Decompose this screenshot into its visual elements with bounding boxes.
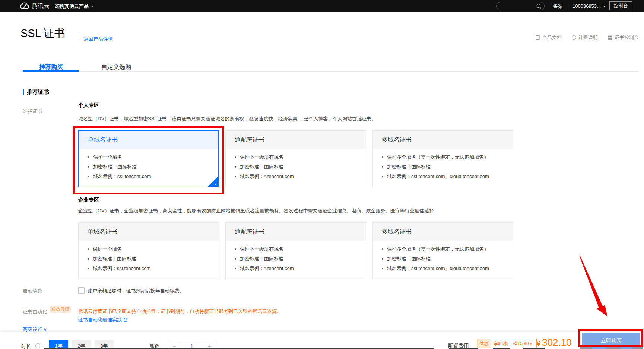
card-feature: 加密标准：国际标准: [88, 162, 209, 172]
external-link-icon: [123, 318, 128, 322]
cert-automation-text: 腾讯云付费证书已全面支持自动托管：证书到期前，自动将新证书部署到已关联的腾讯云资…: [78, 308, 282, 315]
back-to-product-link[interactable]: 返回产品详情: [84, 36, 113, 42]
navbar-pipe: [567, 3, 567, 9]
enterprise-zone-description: 企业型（OV）证书，企业级加密证书，高安全性，能够有效的防止网站被钓鱼或者流量被…: [78, 207, 434, 214]
console-button[interactable]: 控制台: [609, 1, 632, 10]
card-feature: 保护一个域名: [88, 152, 209, 162]
card-feature: 域名示例：*.tencent.com: [235, 172, 357, 181]
card-feature: 保护多个域名（需一次性绑定，无法追加域名）: [382, 244, 504, 254]
navbar-search: [496, 2, 545, 10]
info-icon: [571, 35, 577, 40]
card-multi-domain-personal[interactable]: 多域名证书 保护多个域名（需一次性绑定，无法追加域名） 加密标准：国际标准 域名…: [372, 130, 513, 187]
duration-info-icon[interactable]: [35, 343, 41, 349]
price-value: 302.10: [542, 337, 572, 348]
section-title: 推荐证书: [27, 89, 49, 96]
page-title: SSL 证书: [20, 26, 65, 41]
account-menu[interactable]: 100036853... ▾: [572, 0, 605, 12]
buy-now-button[interactable]: 立即购买: [582, 333, 640, 349]
auto-renew-text: 账户余额足够时，证书到期后按年自动续费。: [88, 288, 184, 294]
card-title: 多域名证书: [382, 136, 412, 144]
chevron-down-icon: ▾: [603, 4, 605, 8]
card-feature: 保护下一级所有域名: [235, 152, 357, 162]
card-feature: 加密标准：国际标准: [88, 254, 210, 264]
clipped-button-fragment: [632, 347, 643, 349]
section-accent-bar: [23, 89, 24, 95]
navbar-divider: [50, 3, 50, 9]
grid-icon: [607, 35, 613, 40]
top-navbar: 腾讯云 选购其他云产品 ▾ 备案 100036853... ▾ 控制台: [0, 0, 644, 12]
clipped-content-fragment: [493, 348, 510, 349]
cloud-logo-icon: [20, 2, 30, 10]
discount-text: 享9.5折，省15.90元: [491, 339, 536, 348]
personal-zone-title: 个人专区: [78, 102, 99, 109]
card-multi-domain-enterprise[interactable]: 多域名证书 保护多个域名（需一次性绑定，无法追加域名） 加密标准：国际标准 域名…: [372, 222, 513, 279]
card-title: 多域名证书: [382, 228, 412, 236]
total-price: ¥ 302.10: [536, 337, 572, 348]
card-single-domain-personal[interactable]: 单域名证书 保护一个域名 加密标准：国际标准 域名示例：ssl.tencent.…: [78, 130, 219, 187]
card-feature: 加密标准：国际标准: [382, 162, 504, 172]
search-icon[interactable]: [536, 3, 542, 9]
check-icon: ✓: [214, 181, 218, 187]
logo-text: 腾讯云: [32, 3, 50, 10]
billing-info-label: 计费说明: [578, 34, 598, 41]
select-cert-label: 选择证书: [23, 108, 42, 115]
tencent-cloud-logo[interactable]: 腾讯云: [20, 2, 50, 10]
card-feature: 加密标准：国际标准: [235, 162, 357, 172]
auto-renew-label: 自动续费: [23, 288, 42, 294]
section-header: 推荐证书: [23, 89, 49, 96]
card-feature: 保护下一级所有域名: [235, 244, 357, 254]
clipped-content-fragment: [44, 348, 434, 349]
enterprise-zone-title: 企业专区: [78, 197, 99, 203]
discount-box: 优惠 享9.5折，省15.90元: [477, 339, 537, 348]
clipped-button-fragment: [606, 347, 621, 349]
product-docs-label: 产品文档: [542, 34, 562, 41]
card-single-domain-enterprise[interactable]: 单域名证书 保护一个域名 加密标准：国际标准 域名示例：ssl.tencent.…: [78, 222, 219, 279]
title-divider: [79, 32, 79, 41]
currency-symbol: ¥: [536, 339, 540, 347]
cert-automation-best-practice-link[interactable]: 证书自动化最佳实践: [78, 317, 128, 323]
other-products-label: 选购其他云产品: [55, 3, 89, 10]
card-title: 单域名证书: [88, 228, 117, 236]
clipped-button-fragment: [580, 347, 592, 349]
card-feature: 加密标准：国际标准: [382, 254, 504, 264]
personal-zone-cards: 单域名证书 保护一个域名 加密标准：国际标准 域名示例：ssl.tencent.…: [78, 130, 513, 187]
document-icon: [535, 35, 540, 40]
cert-console-link[interactable]: 证书控制台: [607, 34, 639, 41]
duration-label: 时长: [21, 343, 31, 349]
card-title: 单域名证书: [88, 136, 118, 144]
card-feature: 域名示例：ssl.tencent.com: [88, 172, 209, 181]
card-feature: 域名示例：ssl.tencent.com、cloud.tencent.com: [382, 172, 504, 181]
cert-automation-label: 证书自动化: [23, 308, 47, 315]
enterprise-zone-cards: 单域名证书 保护一个域名 加密标准：国际标准 域名示例：ssl.tencent.…: [78, 222, 513, 279]
other-products-menu[interactable]: 选购其他云产品 ▾: [55, 0, 93, 12]
discount-tag: 优惠: [477, 339, 491, 348]
product-docs-link[interactable]: 产品文档: [535, 34, 562, 41]
clipped-content-fragment: [523, 348, 545, 349]
automation-link-label: 证书自动化最佳实践: [78, 317, 122, 323]
header-links: 产品文档 计费说明 证书控制台: [535, 34, 639, 41]
card-wildcard-personal[interactable]: 通配符证书 保护下一级所有域名 加密标准：国际标准 域名示例：*.tencent…: [225, 130, 366, 187]
card-feature: 域名示例：ssl.tencent.com、cloud.tencent.com: [382, 264, 504, 273]
beian-link[interactable]: 备案: [553, 0, 563, 12]
card-feature: 保护多个域名（需一次性绑定，无法追加域名）: [382, 152, 504, 162]
cert-console-label: 证书控制台: [615, 34, 639, 41]
card-wildcard-enterprise[interactable]: 通配符证书 保护下一级所有域名 加密标准：国际标准 域名示例：*.tencent…: [225, 222, 366, 279]
card-feature: 域名示例：*.tencent.com: [235, 264, 357, 273]
purchase-bottom-bar: 时长 1年 2年 3年 张数 − 1 + 配置费用 优惠 享9.5折，省15.9…: [0, 332, 644, 349]
personal-zone-description: 域名型（DV）证书，域名型加密SSL证书，该类证书只需要验证域名的所有权，签发速…: [78, 115, 376, 122]
benefit-upgrade-badge: 权益升级: [50, 306, 71, 313]
card-feature: 域名示例：ssl.tencent.com: [88, 264, 210, 273]
card-feature: 保护一个域名: [88, 244, 210, 254]
card-title: 通配符证书: [235, 136, 264, 144]
account-id: 100036853...: [572, 3, 601, 9]
active-tab-underline: [23, 70, 79, 72]
auto-renew-checkbox[interactable]: [78, 287, 85, 294]
chevron-down-icon: ▾: [91, 4, 93, 8]
card-feature: 加密标准：国际标准: [235, 254, 357, 264]
card-title: 通配符证书: [235, 228, 264, 236]
billing-info-link[interactable]: 计费说明: [571, 34, 598, 41]
clipped-content-fragment: [449, 348, 478, 349]
search-input[interactable]: [497, 4, 536, 9]
tab-custom-purchase[interactable]: 自定义选购: [88, 63, 144, 72]
